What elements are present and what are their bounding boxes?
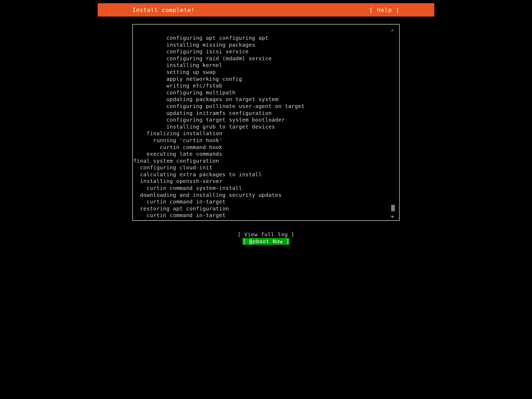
page-title: Install complete! — [132, 7, 195, 13]
reboot-now-button[interactable]: [ Reboot Now ] — [243, 238, 289, 245]
install-log-text: configuring apt configuring apt installi… — [133, 35, 399, 221]
scrollbar-thumb[interactable] — [391, 205, 395, 211]
reboot-label: Reboot Now ] — [249, 238, 289, 245]
reboot-bracket-open: [ — [243, 238, 249, 245]
installer-screen: Install complete! [ Help ] configuring a… — [98, 0, 434, 253]
scroll-down-icon[interactable] — [391, 216, 394, 218]
scroll-up-icon[interactable] — [391, 29, 394, 31]
header-bar: Install complete! [ Help ] — [98, 3, 434, 17]
view-full-log-button[interactable]: [ View full log ] — [237, 231, 294, 238]
action-buttons: [ View full log ] [ Reboot Now ] — [98, 231, 434, 245]
install-log-panel: configuring apt configuring apt installi… — [132, 24, 400, 221]
help-button[interactable]: [ Help ] — [369, 7, 400, 13]
